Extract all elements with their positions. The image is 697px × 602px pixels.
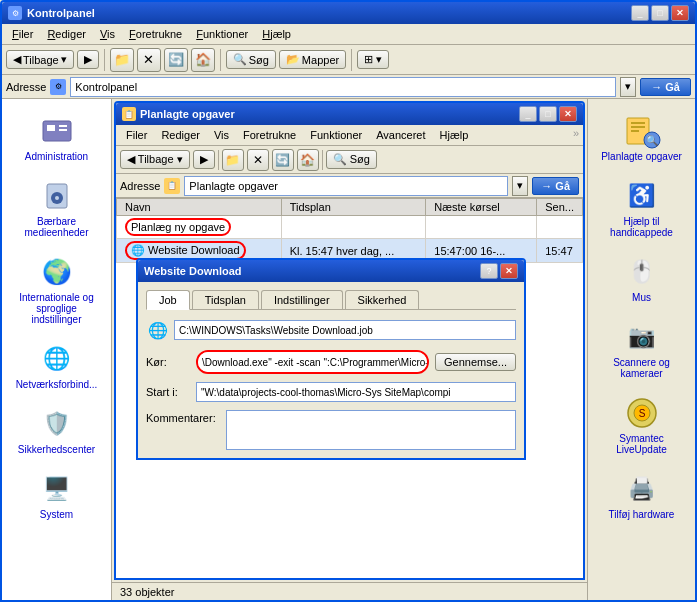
address-dropdown[interactable]: ▾	[620, 77, 636, 97]
sidebar-item-internationale[interactable]: 🌍 Internationale og sproglige indstillin…	[9, 248, 104, 329]
search-button[interactable]: 🔍 Søg	[226, 50, 276, 69]
inner-address-input[interactable]: Planlagte opgaver	[184, 176, 508, 196]
right-panel: 🔍 Planlagte opgaver ♿ Hjælp til handicap…	[587, 99, 695, 600]
inner-menu-vis[interactable]: Vis	[208, 127, 235, 143]
inner-forward-button[interactable]: ▶	[193, 150, 215, 169]
tab-sikkerhed[interactable]: Sikkerhed	[345, 290, 420, 309]
outer-title-bar: ⚙ Kontrolpanel _ □ ✕	[2, 2, 695, 24]
menu-funktioner[interactable]: Funktioner	[190, 26, 254, 42]
menu-foretrukne[interactable]: Foretrukne	[123, 26, 188, 42]
title-bar-left: ⚙ Kontrolpanel	[8, 6, 95, 20]
right-item-planlagte[interactable]: 🔍 Planlagte opgaver	[594, 107, 689, 166]
inner-address-dropdown[interactable]: ▾	[512, 176, 528, 196]
tilfoj-icon: 🖨️	[622, 469, 662, 509]
col-naeste: Næste kørsel	[426, 199, 537, 216]
table-row-planlae[interactable]: Planlæg ny opgave	[117, 216, 583, 239]
comments-label: Kommentarer:	[146, 410, 220, 424]
view-button[interactable]: ⊞ ▾	[357, 50, 389, 69]
tab-job[interactable]: Job	[146, 290, 190, 310]
window-icon: ⚙	[8, 6, 22, 20]
hjaelp-icon: ♿	[622, 176, 662, 216]
svg-rect-10	[631, 130, 639, 132]
inner-tool-4[interactable]: 🏠	[297, 149, 319, 171]
right-item-hjaelp[interactable]: ♿ Hjælp til handicappede	[594, 172, 689, 242]
tab-tidsplan[interactable]: Tidsplan	[192, 290, 259, 309]
sidebar-item-baerbare[interactable]: Bærbare medieenheder	[9, 172, 104, 242]
inner-menu-hjaelp[interactable]: Hjælp	[434, 127, 475, 143]
minimize-button[interactable]: _	[631, 5, 649, 21]
inner-tool-1[interactable]: 📁	[222, 149, 244, 171]
menu-rediger[interactable]: Rediger	[41, 26, 92, 42]
outer-menu-bar: Filer Rediger Vis Foretrukne Funktioner …	[2, 24, 695, 45]
inner-close[interactable]: ✕	[559, 106, 577, 122]
mus-label: Mus	[632, 292, 651, 303]
menu-hjaelp[interactable]: Hjælp	[256, 26, 297, 42]
dialog-close[interactable]: ✕	[500, 263, 518, 279]
dialog-path-value: C:\WINDOWS\Tasks\Website Download.job	[174, 320, 516, 340]
comments-field[interactable]	[226, 410, 516, 450]
inner-tool-3[interactable]: 🔄	[272, 149, 294, 171]
task-table-area: Navn Tidsplan Næste kørsel Sen...	[116, 198, 583, 578]
tab-indstillinger[interactable]: Indstillinger	[261, 290, 343, 309]
inner-sep-1	[218, 150, 219, 170]
inner-menu-avanceret[interactable]: Avanceret	[370, 127, 431, 143]
run-field[interactable]: \Download.exe" -exit -scan ":C:\Programm…	[198, 352, 427, 372]
toolbar-icon-3[interactable]: 🔄	[164, 48, 188, 72]
netvaerk-icon: 🌐	[37, 339, 77, 379]
inner-address-label: Adresse	[120, 180, 160, 192]
inner-back-button[interactable]: ◀ Tilbage ▾	[120, 150, 190, 169]
sidebar-item-netvaerk[interactable]: 🌐 Netværksforbind...	[9, 335, 104, 394]
planlagte-icon: 🔍	[622, 111, 662, 151]
address-icon: ⚙	[50, 79, 66, 95]
inner-menu-rediger[interactable]: Rediger	[155, 127, 206, 143]
inner-tool-2[interactable]: ✕	[247, 149, 269, 171]
menu-filer[interactable]: Filer	[6, 26, 39, 42]
right-item-tilfoj[interactable]: 🖨️ Tilføj hardware	[594, 465, 689, 524]
address-input[interactable]: Kontrolpanel	[70, 77, 616, 97]
inner-title-left: 📋 Planlagte opgaver	[122, 107, 235, 121]
hjaelp-label: Hjælp til handicappede	[598, 216, 685, 238]
go-button[interactable]: → Gå	[640, 78, 691, 96]
right-item-mus[interactable]: 🖱️ Mus	[594, 248, 689, 307]
right-item-scannere[interactable]: 📷 Scannere og kameraer	[594, 313, 689, 383]
maximize-button[interactable]: □	[651, 5, 669, 21]
folders-button[interactable]: 📂 Mapper	[279, 50, 346, 69]
internationale-label: Internationale og sproglige indstillinge…	[13, 292, 100, 325]
svg-text:S: S	[638, 408, 645, 419]
toolbar-icon-1[interactable]: 📁	[110, 48, 134, 72]
inner-minimize[interactable]: _	[519, 106, 537, 122]
sidebar-item-administration[interactable]: Administration	[9, 107, 104, 166]
sidebar-item-system[interactable]: 🖥️ System	[9, 465, 104, 524]
internationale-icon: 🌍	[37, 252, 77, 292]
back-button[interactable]: ◀ Tilbage ▾	[6, 50, 74, 69]
inner-window: 📋 Planlagte opgaver _ □ ✕ Filer Rediger …	[114, 101, 585, 580]
inner-title-buttons: _ □ ✕	[519, 106, 577, 122]
toolbar-icon-4[interactable]: 🏠	[191, 48, 215, 72]
start-field[interactable]: "W:\data\projects-cool-thomas\Micro-Sys …	[196, 382, 516, 402]
inner-address-bar: Adresse 📋 Planlagte opgaver ▾ → Gå	[116, 174, 583, 198]
dialog-help[interactable]: ?	[480, 263, 498, 279]
close-button[interactable]: ✕	[671, 5, 689, 21]
planlagte-label: Planlagte opgaver	[601, 151, 682, 162]
svg-rect-8	[631, 122, 645, 124]
forward-button[interactable]: ▶	[77, 50, 99, 69]
baerbare-label: Bærbare medieenheder	[13, 216, 100, 238]
sidebar-item-sikkerhed[interactable]: 🛡️ Sikkerhedscenter	[9, 400, 104, 459]
title-bar-buttons: _ □ ✕	[631, 5, 689, 21]
menu-vis[interactable]: Vis	[94, 26, 121, 42]
row1-tidsplan	[281, 216, 426, 239]
inner-menu-foretrukne[interactable]: Foretrukne	[237, 127, 302, 143]
sidebar: Administration Bærbare medieenheder 🌍 In…	[2, 99, 112, 600]
administration-label: Administration	[25, 151, 88, 162]
inner-toolbar: ◀ Tilbage ▾ ▶ 📁 ✕ 🔄 🏠 🔍 Søg	[116, 146, 583, 174]
inner-menu-funktioner[interactable]: Funktioner	[304, 127, 368, 143]
browse-button[interactable]: Gennemse...	[435, 353, 516, 371]
inner-go-button[interactable]: → Gå	[532, 177, 579, 195]
inner-search-button[interactable]: 🔍 Søg	[326, 150, 377, 169]
col-sen: Sen...	[537, 199, 583, 216]
inner-maximize[interactable]: □	[539, 106, 557, 122]
right-item-symantec[interactable]: S Symantec LiveUpdate	[594, 389, 689, 459]
toolbar-icon-2[interactable]: ✕	[137, 48, 161, 72]
inner-menu-filer[interactable]: Filer	[120, 127, 153, 143]
row2-sen: 15:47	[537, 239, 583, 263]
